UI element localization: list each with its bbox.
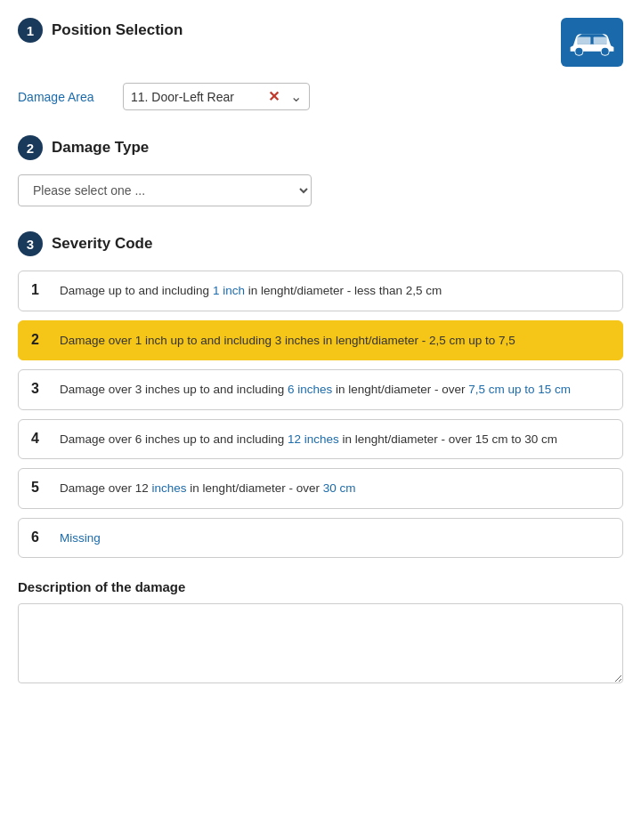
severity-text-6: Missing — [60, 529, 101, 547]
section3-title: Severity Code — [52, 235, 152, 253]
severity-num-2: 2 — [31, 332, 47, 348]
severity-text-3: Damage over 3 inches up to and including… — [60, 381, 571, 399]
section2: 2 Damage Type Please select one ... Dent… — [18, 135, 623, 206]
severity-num-6: 6 — [31, 529, 47, 545]
severity-num-4: 4 — [31, 431, 47, 447]
svg-point-1 — [602, 47, 609, 54]
severity-item-3[interactable]: 3 Damage over 3 inches up to and includi… — [18, 369, 623, 410]
section1-header-row: 1 Position Selection — [18, 18, 623, 67]
svg-rect-2 — [578, 36, 591, 44]
damage-area-label: Damage Area — [18, 90, 107, 104]
damage-area-value: 11. Door-Left Rear — [131, 90, 257, 104]
damage-area-clear-button[interactable]: ✕ — [268, 90, 280, 104]
section2-title: Damage Type — [52, 139, 149, 157]
severity-text-1: Damage up to and including 1 inch in len… — [60, 282, 442, 300]
severity-item-4[interactable]: 4 Damage over 6 inches up to and includi… — [18, 419, 623, 460]
description-textarea[interactable] — [18, 603, 623, 683]
severity-item-2[interactable]: 2 Damage over 1 inch up to and including… — [18, 320, 623, 361]
highlight-inches: inches — [152, 481, 187, 495]
highlight-30cm: 30 cm — [323, 481, 356, 495]
car-icon-box[interactable] — [561, 18, 623, 67]
severity-num-1: 1 — [31, 282, 47, 298]
section2-number: 2 — [18, 135, 43, 160]
highlight-12inches: 12 inches — [288, 432, 339, 446]
highlight-6inches: 6 inches — [288, 383, 332, 396]
severity-num-3: 3 — [31, 381, 47, 397]
section3-number: 3 — [18, 231, 43, 256]
highlight-1inch: 1 inch — [213, 284, 245, 297]
severity-item-6[interactable]: 6 Missing — [18, 518, 623, 559]
description-section: Description of the damage — [18, 579, 623, 686]
section1-title: Position Selection — [52, 21, 183, 39]
section3-header: 3 Severity Code — [18, 231, 623, 256]
severity-text-2: Damage over 1 inch up to and including 3… — [60, 332, 515, 350]
svg-rect-3 — [594, 36, 607, 44]
highlight-75cm: 7,5 cm up to 15 cm — [468, 383, 571, 396]
car-icon — [569, 29, 615, 56]
severity-num-5: 5 — [31, 480, 47, 496]
highlight-missing: Missing — [60, 531, 101, 545]
damage-area-row: Damage Area 11. Door-Left Rear ✕ ⌄ — [18, 83, 623, 110]
severity-item-1[interactable]: 1 Damage up to and including 1 inch in l… — [18, 271, 623, 311]
severity-item-5[interactable]: 5 Damage over 12 inches in lenght/diamet… — [18, 468, 623, 509]
severity-text-4: Damage over 6 inches up to and including… — [60, 431, 557, 448]
severity-text-5: Damage over 12 inches in lenght/diameter… — [60, 480, 355, 497]
section2-header: 2 Damage Type — [18, 135, 623, 160]
section3: 3 Severity Code 1 Damage up to and inclu… — [18, 231, 623, 558]
damage-area-select[interactable]: 11. Door-Left Rear ✕ ⌄ — [123, 83, 310, 110]
description-label: Description of the damage — [18, 579, 623, 594]
damage-type-select[interactable]: Please select one ... Dent Scratch Crack… — [18, 174, 312, 206]
section1-number: 1 — [18, 18, 43, 43]
damage-area-chevron-icon[interactable]: ⌄ — [290, 88, 302, 105]
section1-header: 1 Position Selection — [18, 18, 183, 43]
svg-point-0 — [575, 47, 582, 54]
